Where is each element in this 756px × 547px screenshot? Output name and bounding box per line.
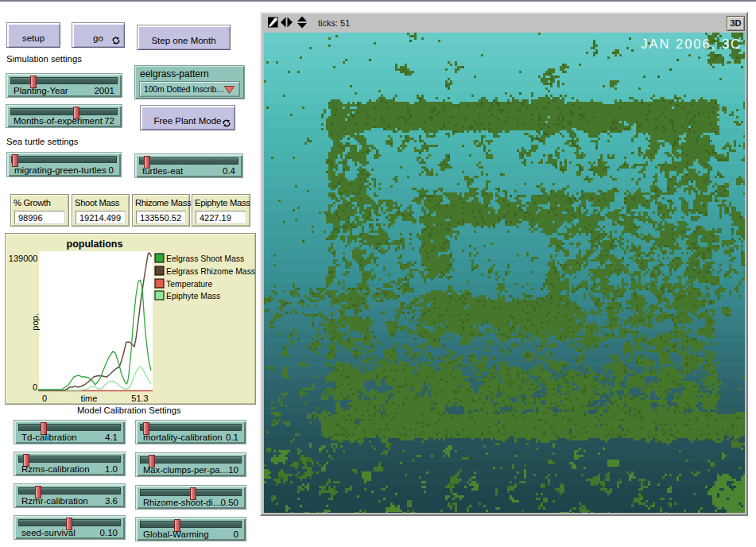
svg-text:pop.: pop. — [30, 313, 40, 330]
svg-text:Temperature: Temperature — [166, 280, 213, 289]
svg-text:Eelgrass Shoot Mass: Eelgrass Shoot Mass — [166, 254, 244, 263]
svg-text:Epiphyte Mass: Epiphyte Mass — [166, 292, 220, 301]
svg-text:0: 0 — [33, 382, 37, 392]
svg-text:populations: populations — [67, 239, 123, 250]
svg-text:Eelgrass Rhizome Mass: Eelgrass Rhizome Mass — [166, 267, 255, 276]
svg-text:0: 0 — [42, 394, 47, 403]
svg-text:139000: 139000 — [9, 254, 38, 263]
svg-text:JAN 2006, 3C: JAN 2006, 3C — [641, 37, 742, 51]
svg-text:time: time — [81, 394, 98, 403]
svg-text:51.3: 51.3 — [131, 394, 148, 403]
